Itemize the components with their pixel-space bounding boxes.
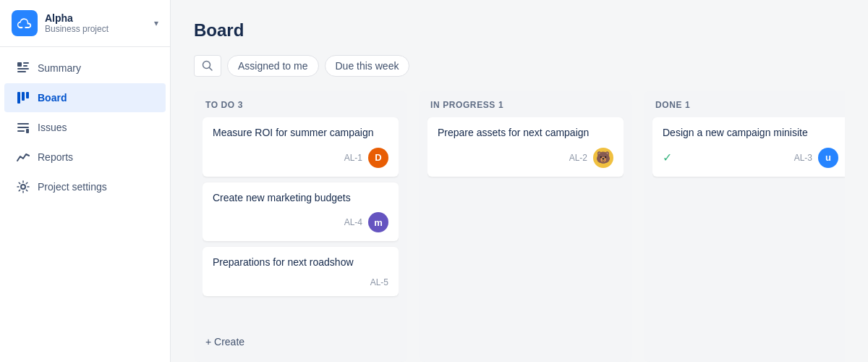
sidebar-item-issues[interactable]: Issues bbox=[4, 113, 166, 142]
search-icon bbox=[202, 60, 213, 72]
column-inprogress-cards: Prepare assets for next campaign AL-2 🐻 bbox=[427, 117, 624, 353]
sidebar-item-board-label: Board bbox=[38, 92, 67, 104]
column-inprogress: IN PROGRESS 1 Prepare assets for next ca… bbox=[419, 91, 632, 362]
project-header[interactable]: Alpha Business project ▾ bbox=[0, 0, 170, 47]
card-al3-avatar: u bbox=[818, 148, 838, 168]
svg-rect-2 bbox=[23, 65, 27, 67]
column-done-header: DONE 1 bbox=[652, 100, 845, 110]
svg-point-12 bbox=[21, 185, 25, 189]
sidebar-item-issues-label: Issues bbox=[38, 122, 67, 133]
card-al1-title: Measure ROI for summer campaign bbox=[213, 126, 388, 140]
svg-line-14 bbox=[210, 68, 213, 71]
sidebar-item-reports[interactable]: Reports bbox=[4, 143, 166, 172]
create-todo-button[interactable]: + Create bbox=[203, 330, 399, 353]
card-al1[interactable]: Measure ROI for summer campaign AL-1 D bbox=[203, 117, 399, 177]
svg-rect-1 bbox=[23, 62, 29, 64]
column-todo: TO DO 3 Measure ROI for summer campaign … bbox=[194, 91, 407, 362]
project-info: Alpha Business project bbox=[45, 12, 109, 35]
card-al5-code: AL-5 bbox=[370, 277, 388, 287]
column-done: DONE 1 Design a new campaign minisite ✓ … bbox=[644, 91, 845, 362]
card-al2[interactable]: Prepare assets for next campaign AL-2 🐻 bbox=[427, 117, 624, 177]
column-inprogress-header: IN PROGRESS 1 bbox=[427, 100, 624, 110]
issues-icon bbox=[16, 120, 30, 135]
due-this-week-filter[interactable]: Due this week bbox=[325, 55, 410, 77]
column-todo-header: TO DO 3 bbox=[203, 100, 399, 110]
card-al1-avatar: D bbox=[368, 148, 388, 168]
sidebar-item-reports-label: Reports bbox=[38, 151, 73, 163]
sidebar: Alpha Business project ▾ Summary bbox=[0, 0, 171, 362]
svg-rect-6 bbox=[22, 92, 25, 101]
column-todo-cards: Measure ROI for summer campaign AL-1 D C… bbox=[203, 117, 399, 326]
toolbar: Assigned to me Due this week bbox=[194, 55, 845, 77]
card-al4-footer: AL-4 m bbox=[213, 212, 388, 232]
card-al3[interactable]: Design a new campaign minisite ✓ AL-3 u bbox=[652, 117, 845, 177]
sidebar-item-board[interactable]: Board bbox=[4, 83, 166, 112]
svg-rect-11 bbox=[26, 129, 29, 133]
project-name: Alpha bbox=[45, 12, 109, 25]
svg-rect-5 bbox=[17, 92, 20, 104]
svg-rect-8 bbox=[17, 123, 29, 125]
board: TO DO 3 Measure ROI for summer campaign … bbox=[194, 91, 845, 362]
card-al4[interactable]: Create new marketing budgets AL-4 m bbox=[203, 182, 399, 242]
reports-icon bbox=[16, 150, 30, 164]
svg-rect-7 bbox=[26, 92, 29, 98]
project-subtitle: Business project bbox=[45, 24, 109, 34]
sidebar-nav: Summary Board Iss bbox=[0, 47, 170, 362]
main-content: Board Assigned to me Due this week TO DO… bbox=[171, 0, 868, 362]
sidebar-item-settings-label: Project settings bbox=[38, 181, 107, 193]
project-logo bbox=[12, 10, 38, 36]
card-al5-title: Preparations for next roadshow bbox=[213, 256, 388, 270]
card-al1-code: AL-1 bbox=[344, 153, 362, 163]
card-al4-code: AL-4 bbox=[344, 217, 362, 227]
sidebar-item-project-settings[interactable]: Project settings bbox=[4, 172, 166, 201]
search-box[interactable] bbox=[194, 55, 221, 77]
settings-icon bbox=[16, 180, 30, 194]
card-al5[interactable]: Preparations for next roadshow AL-5 bbox=[203, 247, 399, 296]
card-al3-check-icon: ✓ bbox=[663, 151, 672, 164]
page-title: Board bbox=[194, 20, 845, 41]
project-chevron[interactable]: ▾ bbox=[154, 18, 158, 28]
summary-icon bbox=[16, 61, 30, 75]
card-al5-footer: AL-5 bbox=[213, 277, 388, 287]
cloud-icon bbox=[17, 15, 33, 31]
svg-rect-10 bbox=[17, 130, 25, 132]
sidebar-item-summary-label: Summary bbox=[38, 62, 81, 74]
assigned-to-me-filter[interactable]: Assigned to me bbox=[227, 55, 319, 77]
card-al2-avatar: 🐻 bbox=[593, 148, 613, 168]
svg-rect-4 bbox=[17, 71, 26, 72]
board-icon bbox=[16, 90, 30, 105]
card-al2-footer: AL-2 🐻 bbox=[438, 148, 613, 168]
column-done-cards: Design a new campaign minisite ✓ AL-3 u bbox=[652, 117, 845, 353]
svg-rect-0 bbox=[17, 62, 22, 67]
card-al2-code: AL-2 bbox=[569, 153, 587, 163]
sidebar-item-summary[interactable]: Summary bbox=[4, 54, 166, 83]
card-al3-title: Design a new campaign minisite bbox=[663, 126, 838, 140]
svg-rect-3 bbox=[17, 68, 29, 70]
card-al3-footer: ✓ AL-3 u bbox=[663, 148, 838, 168]
svg-rect-9 bbox=[17, 127, 29, 128]
card-al4-title: Create new marketing budgets bbox=[213, 191, 388, 206]
card-al1-footer: AL-1 D bbox=[213, 148, 388, 168]
card-al3-code: AL-3 bbox=[794, 153, 812, 163]
card-al4-avatar: m bbox=[368, 212, 388, 232]
card-al2-title: Prepare assets for next campaign bbox=[438, 126, 613, 140]
